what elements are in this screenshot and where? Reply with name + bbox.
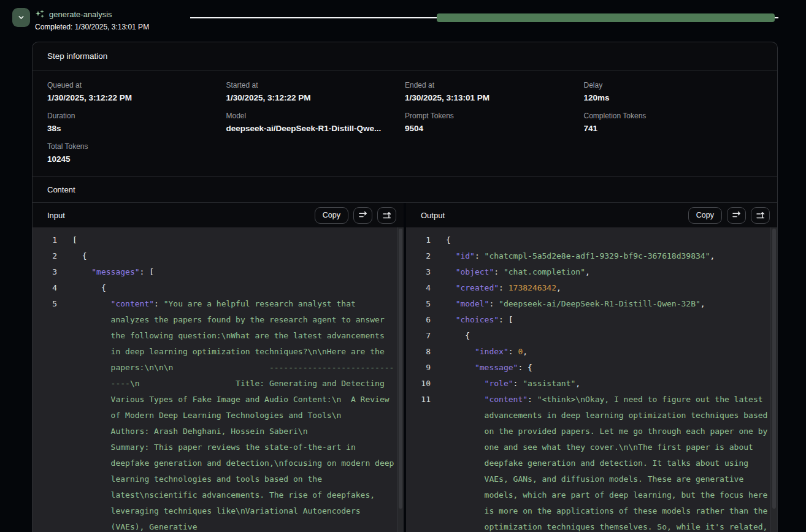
sparkles-icon <box>35 9 45 19</box>
info-field-value: 38s <box>47 124 226 133</box>
code-line: 10"role": "assistant", <box>406 376 770 392</box>
info-field-value: 9504 <box>405 124 584 133</box>
step-information-header: Step information <box>33 42 777 70</box>
output-pane-title: Output <box>421 211 683 220</box>
code-line: 9"message": { <box>406 360 770 376</box>
code-line: 7{ <box>406 328 770 344</box>
line-number: 11 <box>406 392 431 408</box>
input-code-viewer: 1[2{3"messages": [4{5"content": "You are… <box>33 227 404 532</box>
timeline-track-line <box>190 17 437 18</box>
output-scroll-to-top-button[interactable] <box>751 207 770 224</box>
input-word-wrap-button[interactable] <box>353 207 372 224</box>
code-line-text: "index": 0, <box>446 344 770 360</box>
info-field-label: Started at <box>226 81 405 89</box>
code-line-text: "content": "<think>\nOkay, I need to fig… <box>446 392 770 532</box>
code-line: 4"created": 1738246342, <box>406 280 770 296</box>
code-line: 3"messages": [ <box>33 264 397 280</box>
timeline-track-line-end <box>775 17 778 18</box>
word-wrap-icon <box>732 210 742 220</box>
content-section-header: Content <box>33 176 777 203</box>
code-line-text: [ <box>72 232 394 248</box>
code-line-text: "content": "You are a helpful research a… <box>72 296 397 532</box>
line-number: 4 <box>406 280 431 296</box>
code-line: 2{ <box>33 248 397 264</box>
info-field-value: deepseek-ai/DeepSeek-R1-Distill-Qwe... <box>226 124 405 133</box>
output-word-wrap-button[interactable] <box>727 207 746 224</box>
info-field-value: 1/30/2025, 3:12:22 PM <box>47 93 226 102</box>
input-pane: Input Copy 1[2{3"messages": [4{5"content… <box>33 203 404 532</box>
line-number: 1 <box>33 232 57 248</box>
collapse-step-button[interactable] <box>12 8 30 27</box>
info-field-label: Completion Tokens <box>584 112 763 120</box>
line-number: 5 <box>33 296 57 312</box>
step-information-grid: Queued at1/30/2025, 3:12:22 PMStarted at… <box>33 70 777 176</box>
code-line: 8"index": 0, <box>406 344 770 360</box>
code-line-text: "choices": [ <box>446 312 770 328</box>
info-field: Total Tokens10245 <box>47 142 226 164</box>
output-scrollbar-thumb[interactable] <box>772 229 776 509</box>
code-line-text: "id": "chatcmpl-5a5d2e8e-adf1-9329-bf9c-… <box>446 248 770 264</box>
scroll-to-top-icon <box>756 210 766 220</box>
output-pane: Output Copy 1{2"id": "chatcmpl-5a5d2e8e-… <box>406 203 777 532</box>
code-line-text: "message": { <box>446 360 770 376</box>
code-line-text: "object": "chat.completion", <box>446 264 770 280</box>
info-field-value: 741 <box>584 124 763 133</box>
info-field-value: 1/30/2025, 3:12:22 PM <box>226 93 405 102</box>
step-status-text: Completed: 1/30/2025, 3:13:01 PM <box>35 23 149 31</box>
output-copy-button[interactable]: Copy <box>688 207 722 224</box>
info-field-label: Ended at <box>405 81 584 89</box>
code-line: 1{ <box>406 232 770 248</box>
line-number: 2 <box>406 248 431 264</box>
input-copy-button[interactable]: Copy <box>315 207 348 224</box>
line-number: 4 <box>33 280 57 296</box>
line-number: 5 <box>406 296 431 312</box>
input-output-split: Input Copy 1[2{3"messages": [4{5"content… <box>33 203 777 532</box>
code-line-text: { <box>72 280 397 296</box>
line-number: 8 <box>406 344 431 360</box>
info-field: Delay120ms <box>584 81 763 102</box>
step-detail-panel: Step information Queued at1/30/2025, 3:1… <box>32 42 778 532</box>
info-field-label: Delay <box>584 81 763 89</box>
input-scrollbar[interactable] <box>397 227 404 532</box>
line-number: 2 <box>33 248 57 264</box>
info-field: Ended at1/30/2025, 3:13:01 PM <box>405 81 584 102</box>
input-pane-header: Input Copy <box>33 203 404 227</box>
output-code-viewer: 1{2"id": "chatcmpl-5a5d2e8e-adf1-9329-bf… <box>406 227 777 532</box>
code-line: 3"object": "chat.completion", <box>406 264 770 280</box>
input-scroll-to-top-button[interactable] <box>377 207 396 224</box>
info-field: Started at1/30/2025, 3:12:22 PM <box>226 81 405 102</box>
line-number: 9 <box>406 360 431 376</box>
code-line-text: { <box>446 328 770 344</box>
info-field-label: Prompt Tokens <box>405 112 584 120</box>
line-number: 1 <box>406 232 431 248</box>
line-number: 3 <box>406 264 431 280</box>
code-line-text: { <box>446 232 768 248</box>
info-field: Queued at1/30/2025, 3:12:22 PM <box>47 81 226 102</box>
code-line-text: "created": 1738246342, <box>446 280 770 296</box>
info-field-value: 120ms <box>584 93 763 102</box>
trace-header: generate-analysis Completed: 1/30/2025, … <box>0 0 806 42</box>
line-number: 6 <box>406 312 431 328</box>
code-line-text: { <box>72 248 397 264</box>
info-field-label: Total Tokens <box>47 142 226 151</box>
output-scrollbar[interactable] <box>770 227 777 532</box>
output-pane-header: Output Copy <box>406 203 777 227</box>
code-line: 5"content": "You are a helpful research … <box>33 296 397 532</box>
code-line-text: "role": "assistant", <box>446 376 770 392</box>
code-line: 2"id": "chatcmpl-5a5d2e8e-adf1-9329-bf9c… <box>406 248 770 264</box>
scroll-to-top-icon <box>382 210 392 220</box>
word-wrap-icon <box>358 210 368 220</box>
code-line: 6"choices": [ <box>406 312 770 328</box>
line-number: 10 <box>406 376 431 392</box>
info-field-label: Duration <box>47 112 226 120</box>
timeline-span-bar[interactable] <box>437 13 775 22</box>
line-number: 3 <box>33 264 57 280</box>
info-field: Modeldeepseek-ai/DeepSeek-R1-Distill-Qwe… <box>226 112 405 133</box>
info-field-value: 1/30/2025, 3:13:01 PM <box>405 93 584 102</box>
info-field-label: Queued at <box>47 81 226 89</box>
input-scrollbar-thumb[interactable] <box>399 229 402 509</box>
code-line: 11"content": "<think>\nOkay, I need to f… <box>406 392 770 532</box>
code-line: 5"model": "deepseek-ai/DeepSeek-R1-Disti… <box>406 296 770 312</box>
input-pane-title: Input <box>47 211 310 220</box>
chevron-down-icon <box>17 13 25 21</box>
